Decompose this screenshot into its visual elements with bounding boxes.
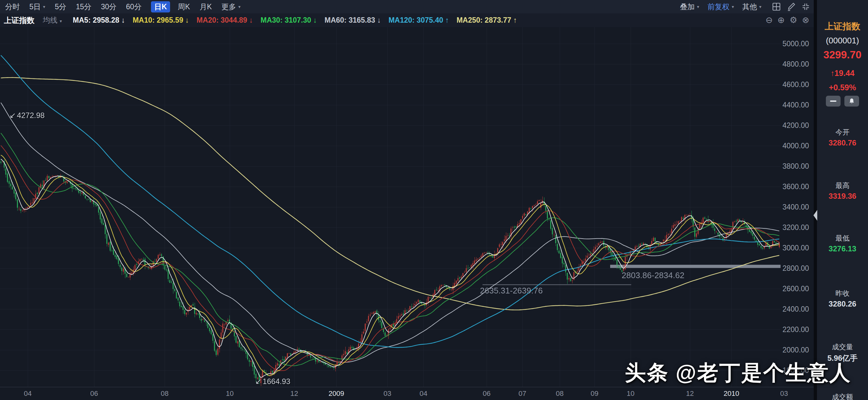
x-axis-label: 2010	[724, 390, 739, 398]
collapse-view-icon[interactable]	[801, 2, 811, 11]
indicator-tools: ⊖⊕⚙⊗	[766, 16, 812, 25]
period-tab-30分[interactable]: 30分	[101, 2, 117, 12]
y-axis-label: 3400.00	[782, 203, 809, 211]
x-axis: 040608101220090304060708091012201003	[0, 387, 816, 400]
ma-value-MA5: MA5: 2958.28 ↓	[73, 16, 125, 25]
x-axis-label: 06	[483, 390, 491, 398]
alert-bell-button[interactable]	[844, 96, 859, 106]
y-axis-label: 3600.00	[782, 182, 809, 191]
period-tab-60分[interactable]: 60分	[126, 2, 142, 12]
chart-annotation: ↙4272.98	[9, 111, 45, 120]
field-value-今开: 3280.76	[817, 138, 868, 147]
y-axis-label: 3800.00	[782, 162, 809, 171]
chevron-down-icon: ▾	[759, 4, 762, 9]
period-tab-月K[interactable]: 月K	[199, 2, 212, 12]
period-tab-更多[interactable]: 更多▾	[221, 2, 241, 12]
field-label-成交额: 成交额	[817, 392, 868, 400]
plus-circle-icon[interactable]: ⊕	[778, 16, 785, 25]
toolbar-icons	[772, 2, 811, 11]
quote-change-percent: +0.59%	[817, 83, 868, 92]
field-label-成交量: 成交量	[817, 342, 868, 352]
field-value-最低: 3276.13	[817, 244, 868, 253]
x-axis-label: 07	[519, 390, 526, 398]
x-axis-label: 12	[290, 390, 298, 398]
x-axis-label: 10	[226, 390, 234, 398]
chart-symbol-title: 上证指数	[4, 15, 34, 26]
x-axis-label: 2009	[329, 390, 344, 398]
chart-annotation: ↙1664.93	[255, 377, 290, 386]
ma-selector-dropdown[interactable]: 均线▾	[43, 15, 62, 25]
x-axis-label: 10	[627, 390, 634, 398]
gear-icon[interactable]: ⚙	[789, 16, 797, 25]
minus-circle-icon[interactable]: ⊖	[766, 16, 773, 25]
y-axis-label: 5000.00	[782, 39, 809, 48]
y-axis-label: 3200.00	[782, 223, 809, 232]
x-axis-label: 06	[90, 390, 98, 398]
field-label-最低: 最低	[817, 233, 868, 243]
y-axis-label: 4800.00	[782, 60, 809, 69]
chevron-down-icon: ▾	[43, 4, 45, 9]
quote-name: 上证指数	[817, 21, 868, 33]
period-tab-5分[interactable]: 5分	[55, 2, 66, 12]
x-axis-label: 08	[556, 390, 564, 398]
period-tab-分时[interactable]: 分时	[5, 2, 20, 12]
panel-divider	[814, 0, 817, 400]
field-value-最高: 3319.36	[817, 192, 868, 201]
field-value-昨收: 3280.26	[817, 300, 868, 308]
quote-change: ↑19.44	[817, 69, 868, 78]
chevron-down-icon: ▾	[60, 19, 62, 24]
field-label-最高: 最高	[817, 181, 868, 191]
y-axis-label: 4000.00	[782, 142, 809, 150]
y-axis-label: 2200.00	[782, 325, 809, 334]
brush-icon[interactable]	[786, 2, 796, 11]
chart-annotation: 2803.86-2834.62	[622, 270, 684, 280]
y-axis-label: 2600.00	[782, 285, 809, 293]
x-axis-label: 03	[383, 390, 391, 398]
ma-value-MA10: MA10: 2965.59 ↓	[133, 16, 189, 25]
period-tab-5日[interactable]: 5日▾	[29, 2, 45, 12]
y-axis-label: 4400.00	[782, 101, 809, 109]
arrow-icon: ↙	[9, 111, 16, 120]
y-axis-label: 3000.00	[782, 244, 809, 252]
menu-前复权[interactable]: 前复权▾	[708, 2, 734, 12]
field-label-今开: 今开	[817, 128, 868, 137]
close-circle-icon[interactable]: ⊗	[802, 16, 809, 25]
y-axis-label: 2400.00	[782, 305, 809, 313]
ma-value-MA20: MA20: 3044.89 ↓	[196, 16, 253, 25]
menu-其他[interactable]: 其他▾	[742, 2, 762, 12]
period-toolbar: 分时5日▾5分15分30分60分日K周K月K更多▾ 叠加▾前复权▾其他▾	[0, 0, 816, 13]
candlestick-chart-canvas[interactable]	[0, 27, 781, 387]
x-axis-label: 12	[686, 390, 694, 398]
minus-icon	[830, 100, 836, 102]
quote-code: (000001)	[817, 36, 868, 45]
toolbar-right: 叠加▾前复权▾其他▾	[680, 2, 811, 12]
ma-value-MA60: MA60: 3165.83 ↓	[324, 16, 381, 25]
y-axis-label: 4200.00	[782, 121, 809, 130]
up-arrow-icon: ↑	[830, 69, 835, 77]
arrow-icon: ↙	[255, 377, 262, 386]
period-tab-日K[interactable]: 日K	[151, 1, 170, 12]
period-tab-15分[interactable]: 15分	[76, 2, 92, 12]
chevron-down-icon: ▾	[732, 4, 734, 9]
ma-legend-bar: 上证指数 均线▾ MA5: 2958.28 ↓MA10: 2965.59 ↓MA…	[0, 13, 816, 27]
quote-actions	[817, 96, 868, 106]
period-tab-周K[interactable]: 周K	[178, 2, 190, 12]
panel-collapse-arrow[interactable]	[813, 210, 817, 221]
menu-叠加[interactable]: 叠加▾	[680, 2, 699, 12]
layout-grid-icon[interactable]	[772, 2, 781, 11]
bell-icon	[848, 98, 855, 105]
chevron-down-icon: ▾	[697, 4, 699, 9]
x-axis-label: 04	[420, 390, 427, 398]
quote-panel: 上证指数 (000001) 3299.70 ↑19.44 +0.59% 今开32…	[817, 0, 868, 400]
y-axis-label: 4600.00	[782, 80, 809, 89]
x-axis-label: 03	[780, 390, 788, 398]
chart-annotation: 2635.31-2639.76	[480, 286, 543, 296]
x-axis-label: 08	[161, 390, 168, 398]
remove-watchlist-button[interactable]	[826, 96, 841, 106]
period-tabs: 分时5日▾5分15分30分60分日K周K月K更多▾	[5, 1, 250, 12]
x-axis-label: 09	[591, 390, 598, 398]
ma-value-MA120: MA120: 3075.40 ↑	[389, 16, 449, 25]
y-axis-label: 2000.00	[782, 346, 809, 355]
x-axis-label: 04	[24, 390, 32, 398]
chart-option-menus: 叠加▾前复权▾其他▾	[680, 2, 770, 12]
